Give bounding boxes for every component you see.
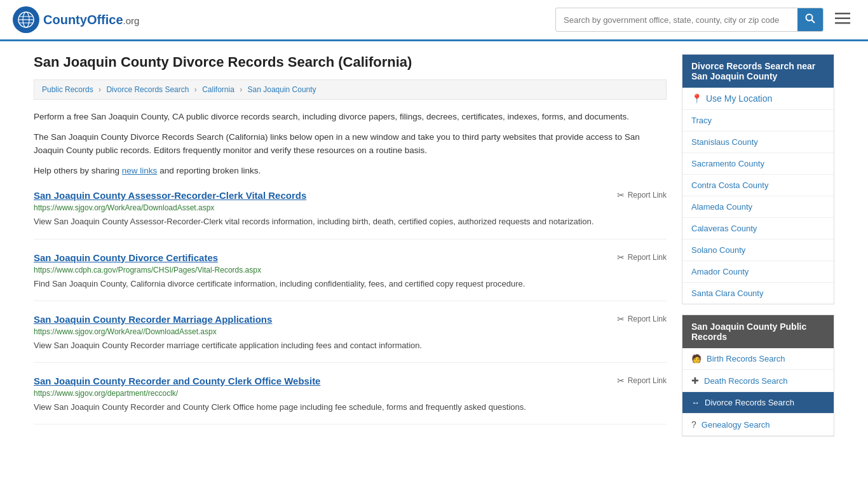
nearby-link-5[interactable]: Calaveras County: [691, 224, 757, 233]
search-button[interactable]: [797, 8, 823, 31]
public-record-genealogy[interactable]: ? Genealogy Search: [682, 414, 834, 436]
search-bar: [555, 8, 824, 32]
report-link-1[interactable]: ✂ Report Link: [617, 252, 667, 262]
question-icon: ?: [691, 419, 696, 430]
search-input[interactable]: [556, 10, 797, 30]
nearby-item-3[interactable]: Contra Costa County: [682, 175, 834, 196]
sidebar: Divorce Records Search near San Joaquin …: [682, 54, 834, 447]
report-link-0[interactable]: ✂ Report Link: [617, 190, 667, 200]
description-1: Perform a free San Joaquin County, CA pu…: [34, 110, 667, 124]
nearby-link-6[interactable]: Solano County: [691, 245, 745, 255]
nearby-item-0[interactable]: Tracy: [682, 110, 834, 132]
breadcrumb-divorce-records[interactable]: Divorce Records Search: [106, 85, 189, 94]
public-records-section: San Joaquin County Public Records 🧑 Birt…: [682, 315, 834, 437]
result-desc-1: Find San Joaquin County, California divo…: [34, 278, 667, 290]
nearby-item-2[interactable]: Sacramento County: [682, 153, 834, 175]
svg-rect-8: [835, 18, 850, 20]
nearby-item-4[interactable]: Alameda County: [682, 196, 834, 218]
description-2: The San Joaquin County Divorce Records S…: [34, 130, 667, 158]
result-title-1[interactable]: San Joaquin County Divorce Certificates: [34, 252, 218, 263]
scissors-icon-3: ✂: [617, 376, 625, 386]
scissors-icon-1: ✂: [617, 252, 625, 262]
menu-button[interactable]: [830, 9, 855, 30]
nearby-item-6[interactable]: Solano County: [682, 240, 834, 261]
public-record-birth[interactable]: 🧑 Birth Records Search: [682, 348, 834, 370]
result-item-1: San Joaquin County Divorce Certificates …: [34, 252, 667, 301]
public-record-death[interactable]: ✚ Death Records Search: [682, 370, 834, 392]
nearby-header: Divorce Records Search near San Joaquin …: [682, 55, 834, 88]
nearby-link-2[interactable]: Sacramento County: [691, 159, 764, 168]
breadcrumb: Public Records › Divorce Records Search …: [34, 79, 667, 100]
nearby-link-3[interactable]: Contra Costa County: [691, 180, 768, 190]
birth-records-link[interactable]: Birth Records Search: [707, 354, 785, 363]
result-item-2: San Joaquin County Recorder Marriage App…: [34, 314, 667, 363]
logo-icon: [13, 6, 39, 33]
nearby-item-8[interactable]: Santa Clara County: [682, 283, 834, 304]
person-icon: 🧑: [691, 354, 702, 363]
nearby-section: Divorce Records Search near San Joaquin …: [682, 54, 834, 304]
result-desc-0: View San Joaquin County Assessor-Recorde…: [34, 215, 667, 228]
content-area: San Joaquin County Divorce Records Searc…: [34, 54, 667, 447]
svg-point-5: [806, 15, 813, 21]
svg-rect-7: [835, 13, 850, 15]
scissors-icon-0: ✂: [617, 190, 625, 200]
result-url-1: https://www.cdph.ca.gov/Programs/CHSI/Pa…: [34, 266, 667, 274]
nearby-item-5[interactable]: Calaveras County: [682, 218, 834, 240]
breadcrumb-san-joaquin[interactable]: San Joaquin County: [248, 85, 316, 94]
nearby-link-8[interactable]: Santa Clara County: [691, 288, 763, 298]
result-title-2[interactable]: San Joaquin County Recorder Marriage App…: [34, 314, 272, 325]
nearby-link-1[interactable]: Stanislaus County: [691, 137, 758, 147]
cross-icon: ✚: [691, 376, 699, 386]
logo-text: CountyOffice.org: [43, 13, 139, 27]
result-title-0[interactable]: San Joaquin County Assessor-Recorder-Cle…: [34, 190, 306, 201]
genealogy-records-link[interactable]: Genealogy Search: [702, 420, 770, 430]
description-3: Help others by sharing new links and rep…: [34, 164, 667, 178]
death-records-link[interactable]: Death Records Search: [704, 376, 788, 386]
result-title-3[interactable]: San Joaquin County Recorder and County C…: [34, 376, 320, 386]
header-right: [555, 8, 855, 32]
main-container: San Joaquin County Divorce Records Searc…: [21, 41, 847, 459]
location-pin-icon: 📍: [691, 93, 702, 104]
header: CountyOffice.org: [0, 0, 868, 41]
nearby-item-1[interactable]: Stanislaus County: [682, 132, 834, 153]
report-link-3[interactable]: ✂ Report Link: [617, 376, 667, 386]
use-my-location-link[interactable]: Use My Location: [706, 93, 772, 104]
use-my-location[interactable]: 📍 Use My Location: [682, 88, 834, 110]
result-url-2: https://www.sjgov.org/WorkArea//Download…: [34, 327, 667, 336]
result-desc-3: View San Joaquin County Recorder and Cou…: [34, 401, 667, 414]
result-url-0: https://www.sjgov.org/WorkArea/DownloadA…: [34, 203, 667, 212]
breadcrumb-public-records[interactable]: Public Records: [42, 85, 93, 94]
logo-area: CountyOffice.org: [13, 6, 139, 33]
result-item-3: San Joaquin County Recorder and County C…: [34, 376, 667, 424]
scissors-icon-2: ✂: [617, 314, 625, 324]
svg-line-6: [812, 20, 815, 24]
result-item-0: San Joaquin County Assessor-Recorder-Cle…: [34, 190, 667, 239]
new-links[interactable]: new links: [122, 166, 158, 175]
nearby-link-7[interactable]: Amador County: [691, 267, 749, 276]
nearby-list: 📍 Use My Location Tracy Stanislaus Count…: [682, 88, 834, 304]
breadcrumb-california[interactable]: California: [202, 85, 234, 94]
arrows-icon: ↔: [691, 398, 700, 407]
svg-rect-9: [835, 22, 850, 24]
result-url-3: https://www.sjgov.org/department/reccocl…: [34, 389, 667, 398]
public-records-header: San Joaquin County Public Records: [682, 315, 834, 348]
report-link-2[interactable]: ✂ Report Link: [617, 314, 667, 324]
result-desc-2: View San Joaquin County Recorder marriag…: [34, 339, 667, 352]
nearby-link-0[interactable]: Tracy: [691, 116, 712, 125]
nearby-link-4[interactable]: Alameda County: [691, 202, 752, 212]
page-title: San Joaquin County Divorce Records Searc…: [34, 54, 667, 71]
public-record-divorce[interactable]: ↔ Divorce Records Search: [682, 392, 834, 414]
nearby-item-7[interactable]: Amador County: [682, 261, 834, 283]
divorce-records-link[interactable]: Divorce Records Search: [705, 398, 794, 407]
